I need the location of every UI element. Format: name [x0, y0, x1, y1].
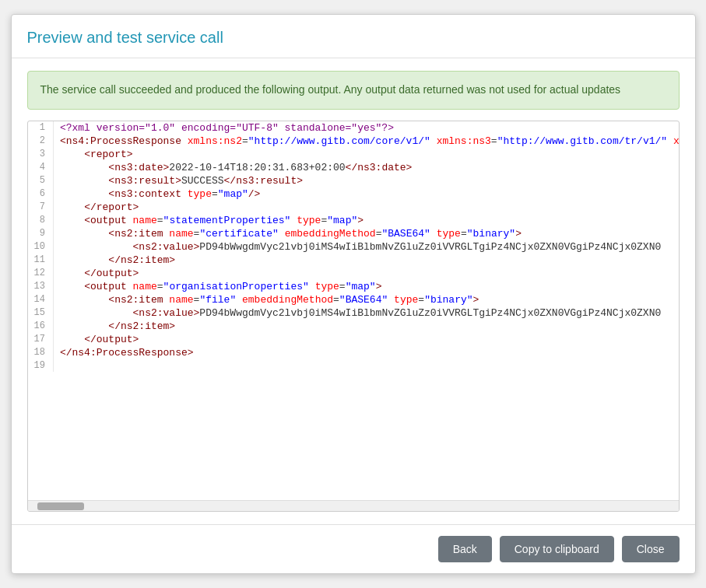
line-code [53, 359, 678, 372]
line-code: <ns3:context type="map"/> [53, 187, 678, 201]
table-row: 18</ns4:ProcessResponse> [28, 346, 679, 359]
line-code: <output name="statementProperties" type=… [53, 214, 678, 227]
line-number: 6 [28, 187, 54, 201]
line-number: 11 [28, 254, 54, 267]
line-number: 5 [28, 174, 54, 187]
table-row: 5 <ns3:result>SUCCESS</ns3:result> [28, 174, 679, 187]
line-number: 18 [28, 346, 54, 359]
line-code: <ns3:date>2022-10-14T18:20:31.683+02:00<… [53, 161, 678, 174]
line-code: </ns4:ProcessResponse> [53, 346, 678, 359]
success-message: The service call succeeded and produced … [40, 83, 621, 96]
dialog: Preview and test service call The servic… [11, 14, 696, 574]
line-number: 3 [28, 148, 54, 161]
line-code: <report> [53, 148, 678, 161]
line-code: </output> [53, 333, 678, 346]
line-code: <ns2:item name="file" embeddingMethod="B… [53, 293, 678, 306]
dialog-header: Preview and test service call [12, 15, 695, 58]
table-row: 16 </ns2:item> [28, 320, 679, 333]
dialog-title: Preview and test service call [27, 29, 680, 47]
table-row: 10 <ns2:value>PD94bWwgdmVyc2lvbj0iMS4wIi… [28, 240, 679, 254]
table-row: 6 <ns3:context type="map"/> [28, 187, 679, 201]
line-number: 4 [28, 161, 54, 174]
line-number: 16 [28, 320, 54, 333]
scrollbar-thumb[interactable] [37, 502, 84, 510]
line-number: 9 [28, 227, 54, 240]
table-row: 3 <report> [28, 148, 679, 161]
table-row: 17 </output> [28, 333, 679, 346]
line-number: 1 [28, 121, 54, 135]
line-number: 15 [28, 306, 54, 320]
code-table: 1<?xml version="1.0" encoding="UTF-8" st… [28, 121, 679, 372]
line-number: 17 [28, 333, 54, 346]
line-code: </ns2:item> [53, 320, 678, 333]
line-code: <ns2:value>PD94bWwgdmVyc2lvbj0iMS4wIiBlb… [53, 306, 678, 320]
copy-to-clipboard-button[interactable]: Copy to clipboard [500, 536, 614, 562]
line-number: 10 [28, 240, 54, 254]
line-number: 13 [28, 280, 54, 293]
table-row: 12 </output> [28, 267, 679, 280]
table-row: 8 <output name="statementProperties" typ… [28, 214, 679, 227]
success-banner: The service call succeeded and produced … [27, 71, 680, 110]
back-button[interactable]: Back [438, 536, 492, 562]
line-code: <output name="organisationProperties" ty… [53, 280, 678, 293]
line-code: <ns3:result>SUCCESS</ns3:result> [53, 174, 678, 187]
line-number: 2 [28, 135, 54, 148]
line-code: </report> [53, 201, 678, 214]
line-code: <ns2:value>PD94bWwgdmVyc2lvbj0iMS4wIiBlb… [53, 240, 678, 254]
table-row: 13 <output name="organisationProperties"… [28, 280, 679, 293]
line-number: 7 [28, 201, 54, 214]
dialog-footer: Back Copy to clipboard Close [12, 524, 695, 573]
code-container: 1<?xml version="1.0" encoding="UTF-8" st… [27, 121, 680, 512]
line-code: </output> [53, 267, 678, 280]
line-code: <?xml version="1.0" encoding="UTF-8" sta… [53, 121, 678, 135]
code-scroll-area[interactable]: 1<?xml version="1.0" encoding="UTF-8" st… [28, 121, 679, 500]
table-row: 15 <ns2:value>PD94bWwgdmVyc2lvbj0iMS4wIi… [28, 306, 679, 320]
line-number: 19 [28, 359, 54, 372]
table-row: 9 <ns2:item name="certificate" embedding… [28, 227, 679, 240]
line-number: 14 [28, 293, 54, 306]
line-number: 12 [28, 267, 54, 280]
table-row: 19 [28, 359, 679, 372]
table-row: 1<?xml version="1.0" encoding="UTF-8" st… [28, 121, 679, 135]
line-code: </ns2:item> [53, 254, 678, 267]
table-row: 7 </report> [28, 201, 679, 214]
table-row: 14 <ns2:item name="file" embeddingMethod… [28, 293, 679, 306]
line-number: 8 [28, 214, 54, 227]
line-code: <ns2:item name="certificate" embeddingMe… [53, 227, 678, 240]
line-code: <ns4:ProcessResponse xmlns:ns2="http://w… [53, 135, 678, 148]
close-button[interactable]: Close [622, 536, 680, 562]
table-row: 11 </ns2:item> [28, 254, 679, 267]
dialog-body: The service call succeeded and produced … [12, 58, 695, 524]
horizontal-scrollbar[interactable] [28, 500, 679, 511]
table-row: 2<ns4:ProcessResponse xmlns:ns2="http://… [28, 135, 679, 148]
table-row: 4 <ns3:date>2022-10-14T18:20:31.683+02:0… [28, 161, 679, 174]
